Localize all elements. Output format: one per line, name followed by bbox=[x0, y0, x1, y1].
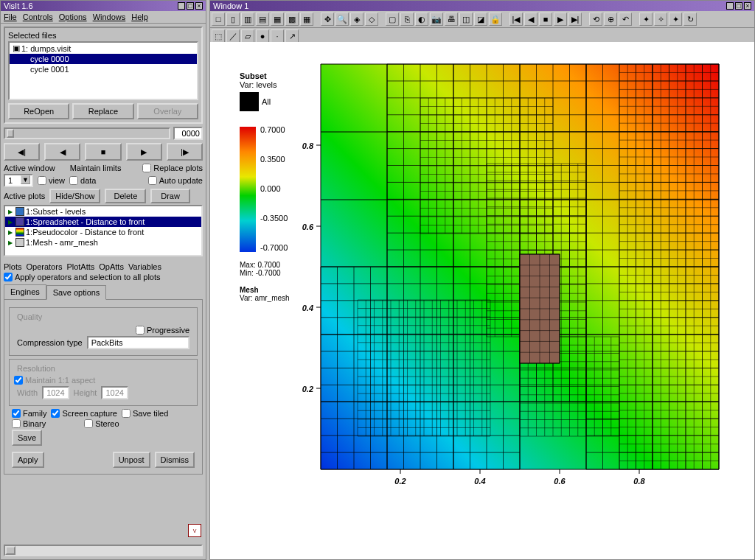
expand-icon[interactable]: ▶ bbox=[7, 239, 14, 246]
tree-minus-icon[interactable]: ▣ bbox=[13, 43, 18, 53]
progressive-checkbox[interactable]: Progressive bbox=[136, 326, 189, 335]
plot-list[interactable]: ▶1:Subset - levels ▶1:Spreadsheet - Dist… bbox=[4, 205, 203, 256]
copy-icon[interactable]: ⎘ bbox=[400, 13, 414, 26]
save-button[interactable]: Save bbox=[12, 430, 42, 446]
stereo-checkbox[interactable]: Stereo bbox=[84, 419, 119, 428]
horizontal-scrollbar[interactable] bbox=[4, 545, 203, 556]
scrollbar-thumb[interactable] bbox=[5, 546, 15, 555]
lock-view-icon[interactable]: 🔒 bbox=[489, 13, 502, 26]
bbox-icon[interactable]: ◫ bbox=[459, 13, 473, 26]
auto-update-checkbox[interactable]: Auto update bbox=[148, 176, 203, 185]
hideshow-button[interactable]: Hide/Show bbox=[49, 189, 100, 203]
binary-checkbox[interactable]: Binary bbox=[12, 419, 46, 428]
expand-icon[interactable]: ▶ bbox=[7, 208, 14, 215]
play-button[interactable]: ▶ bbox=[126, 143, 162, 161]
menu-help[interactable]: Help bbox=[131, 13, 148, 21]
close-icon[interactable]: × bbox=[744, 2, 751, 10]
anim-last-icon[interactable]: ▶| bbox=[568, 13, 582, 26]
overlay-button[interactable]: Overlay bbox=[137, 103, 198, 119]
plot-item-2[interactable]: ▶1:Pseudocolor - Distance to front bbox=[5, 227, 201, 237]
plot-item-3[interactable]: ▶1:Mesh - amr_mesh bbox=[5, 237, 201, 248]
file-item-1[interactable]: cycle 0001 bbox=[10, 64, 197, 74]
plot-item-0[interactable]: ▶1:Subset - levels bbox=[5, 206, 201, 217]
zone-pick-icon[interactable]: ◈ bbox=[350, 13, 363, 26]
layout-1-icon[interactable]: ▯ bbox=[226, 13, 240, 26]
save-tiled-checkbox[interactable]: Save tiled bbox=[122, 409, 168, 418]
visualization-area[interactable]: Subset Var: levels All 0.7000 0.3500 0.0… bbox=[210, 42, 754, 559]
menu-windows[interactable]: Windows bbox=[93, 13, 126, 21]
menu-options[interactable]: Options bbox=[59, 13, 87, 21]
family-checkbox[interactable]: Family bbox=[12, 409, 46, 418]
layout-6-icon[interactable]: ▩ bbox=[285, 13, 299, 26]
minimize-icon[interactable]: _ bbox=[726, 2, 734, 10]
axis-tool-icon[interactable]: ↗ bbox=[285, 29, 299, 43]
operators-menu[interactable]: Operators bbox=[26, 262, 62, 271]
draw-button[interactable]: Draw bbox=[150, 189, 190, 203]
replace-button[interactable]: Replace bbox=[72, 103, 133, 119]
menu-controls[interactable]: Controls bbox=[23, 13, 53, 21]
plot-item-1[interactable]: ▶1:Spreadsheet - Distance to front bbox=[5, 217, 201, 227]
dismiss-button[interactable]: Dismiss bbox=[155, 452, 195, 468]
maintain-aspect-checkbox[interactable]: Maintain 1:1 aspect bbox=[14, 376, 192, 385]
view-checkbox[interactable]: view bbox=[38, 176, 65, 185]
replace-plots-checkbox[interactable]: Replace plots bbox=[142, 164, 203, 172]
delete-button[interactable]: Delete bbox=[105, 189, 146, 203]
tab-save-options[interactable]: Save options bbox=[46, 285, 107, 300]
xz-view-icon[interactable]: ✧ bbox=[654, 13, 667, 26]
tab-engines[interactable]: Engines bbox=[4, 284, 46, 299]
anim-play-icon[interactable]: ▶ bbox=[554, 13, 567, 26]
close-icon[interactable]: × bbox=[195, 2, 203, 10]
perspective-icon[interactable]: ◪ bbox=[474, 13, 487, 26]
layout-2v-icon[interactable]: ▤ bbox=[256, 13, 269, 26]
anim-stop-icon[interactable]: ■ bbox=[539, 13, 552, 26]
yz-view-icon[interactable]: ✦ bbox=[669, 13, 682, 26]
time-slider[interactable] bbox=[4, 127, 170, 139]
toggle-spin-icon[interactable]: ↻ bbox=[683, 13, 697, 26]
apply-button[interactable]: Apply bbox=[12, 452, 44, 468]
compression-input[interactable]: PackBits bbox=[87, 336, 189, 349]
data-checkbox[interactable]: data bbox=[69, 176, 96, 185]
navigate-icon[interactable]: ✥ bbox=[321, 13, 334, 26]
active-window-dropdown[interactable]: 1 bbox=[4, 174, 33, 187]
anim-back-icon[interactable]: ◀ bbox=[524, 13, 537, 26]
reset-view-icon[interactable]: ⟲ bbox=[589, 13, 602, 26]
maximize-icon[interactable]: □ bbox=[187, 2, 194, 10]
expand-icon[interactable]: ▶ bbox=[7, 218, 14, 225]
time-counter[interactable]: 0000 bbox=[173, 127, 203, 140]
plotatts-menu[interactable]: PlotAtts bbox=[66, 262, 94, 271]
plot-canvas[interactable]: 0.2 0.4 0.6 0.8 0.2 0.4 0.6 0.8 bbox=[210, 42, 755, 558]
file-list[interactable]: ▣ 1: dumps.visit cycle 0000 cycle 0001 bbox=[8, 41, 198, 100]
layout-9-icon[interactable]: ▦ bbox=[300, 13, 313, 26]
file-item-0[interactable]: cycle 0000 bbox=[10, 54, 197, 64]
expand-icon[interactable]: ▶ bbox=[7, 228, 14, 236]
unpost-button[interactable]: Unpost bbox=[113, 452, 150, 468]
minimize-icon[interactable]: _ bbox=[178, 2, 185, 10]
maximize-icon[interactable]: □ bbox=[735, 2, 742, 10]
screen-capture-checkbox[interactable]: Screen capture bbox=[51, 409, 117, 418]
node-pick-icon[interactable]: ◇ bbox=[365, 13, 378, 26]
step-back-button[interactable]: ◀ bbox=[44, 143, 80, 161]
stop-button[interactable]: ■ bbox=[85, 143, 121, 161]
line-tool-icon[interactable]: ／ bbox=[226, 29, 240, 43]
opatts-menu[interactable]: OpAtts bbox=[99, 262, 124, 271]
plane-tool-icon[interactable]: ▱ bbox=[241, 29, 254, 43]
zoom-icon[interactable]: 🔍 bbox=[335, 13, 349, 26]
save-image-icon[interactable]: 📷 bbox=[430, 13, 443, 26]
width-input[interactable]: 1024 bbox=[42, 386, 69, 399]
new-window-icon[interactable]: □ bbox=[212, 13, 225, 26]
layout-2h-icon[interactable]: ▥ bbox=[241, 13, 254, 26]
clear-icon[interactable]: ▢ bbox=[386, 13, 399, 26]
invert-bg-icon[interactable]: ◐ bbox=[415, 13, 428, 26]
fast-forward-button[interactable]: |▶ bbox=[167, 143, 203, 161]
menu-file[interactable]: File bbox=[4, 13, 17, 21]
file-dataset[interactable]: ▣ 1: dumps.visit bbox=[10, 43, 197, 54]
anim-first-icon[interactable]: |◀ bbox=[509, 13, 523, 26]
point-tool-icon[interactable]: · bbox=[271, 29, 284, 43]
apply-all-checkbox[interactable]: Apply operators and selection to all plo… bbox=[4, 273, 161, 281]
reopen-button[interactable]: ReOpen bbox=[8, 103, 69, 119]
print-icon[interactable]: 🖶 bbox=[445, 13, 458, 26]
slider-thumb[interactable] bbox=[7, 129, 14, 138]
layout-4-icon[interactable]: ▦ bbox=[271, 13, 284, 26]
plots-menu[interactable]: Plots bbox=[4, 262, 21, 271]
recenter-icon[interactable]: ⊕ bbox=[604, 13, 617, 26]
